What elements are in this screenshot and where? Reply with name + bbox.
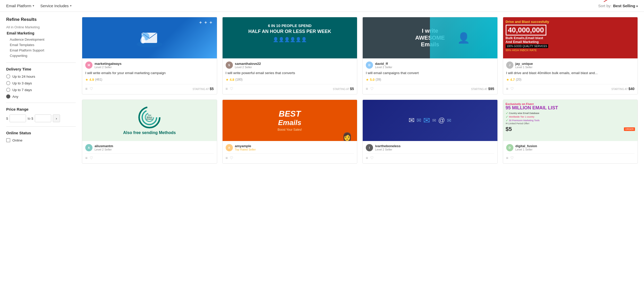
sidebar-divider-2	[6, 103, 76, 103]
red-arrow-annotation	[602, 0, 622, 4]
chevron-down-icon: ▾	[70, 4, 72, 7]
seller-level-1: Level 2 Seller	[95, 66, 122, 69]
price-2: $5	[350, 87, 354, 91]
price-badge-row: $5 ORDER	[506, 126, 635, 133]
menu-icon[interactable]: ≡	[85, 156, 88, 160]
heart-icon[interactable]: ♡	[370, 156, 374, 160]
menu-icon[interactable]: ≡	[226, 156, 228, 160]
sidebar-category-email-marketing[interactable]: Email Marketing	[6, 31, 76, 35]
teal-stat-num: HALF AN HOUR OR LESS PER WEEK	[248, 29, 331, 34]
star-icon: ★	[366, 78, 369, 82]
card-6[interactable]: BEST Emails Boost Your Sales! 👩 A amyamp…	[222, 100, 358, 164]
heart-icon[interactable]: ♡	[90, 156, 93, 160]
heart-icon[interactable]: ♡	[90, 86, 93, 91]
subcategory-email-platform-support[interactable]: Email Platform Support	[6, 48, 76, 53]
rating-count-3: (39)	[376, 78, 381, 81]
card-title-2: I will write powerful email series that …	[226, 71, 354, 76]
card-title-4: I will drive and blast 40million bulk em…	[506, 71, 635, 76]
rating-count-2: (180)	[235, 78, 243, 81]
seller-name-4: jay_unique	[515, 62, 533, 66]
seller-info-8: D digital_fusion Level 1 Seller	[506, 144, 635, 151]
menu-icon[interactable]: ≡	[366, 86, 368, 91]
card-footer-7: ≡ ♡	[366, 153, 494, 160]
heart-icon[interactable]: ♡	[230, 86, 233, 91]
seller-level-3: Level 2 Seller	[375, 66, 392, 69]
avatar-1: M	[85, 61, 92, 69]
delivery-3days[interactable]: Up to 3 days	[6, 81, 76, 85]
people-icons: 👤👤👤👤👤👤	[273, 37, 307, 42]
seller-name-7: ivartheboneless	[375, 144, 401, 148]
boost-text: Boost Your Sales!	[277, 128, 302, 131]
card-actions-5: ≡ ♡	[85, 156, 93, 160]
seller-name-6: amyample	[235, 144, 256, 148]
seller-info-7: I ivartheboneless Level 2 Seller	[366, 144, 494, 151]
sort-value[interactable]: Best Selling ▾	[613, 4, 638, 8]
menu-icon[interactable]: ≡	[506, 86, 509, 91]
starting-at-label: STARTING AT	[333, 88, 350, 91]
heart-icon[interactable]: ♡	[510, 156, 514, 160]
price-range-section: Price Range $ to $ ›	[6, 107, 76, 122]
card-8[interactable]: Exclusively on Fiverr 95 MILLION EMAIL L…	[503, 100, 638, 164]
card-5[interactable]: One Billion Emails Also free sending Met…	[82, 100, 217, 164]
menu-icon[interactable]: ≡	[226, 86, 228, 91]
avatar-2: S	[226, 61, 233, 69]
card-footer-5: ≡ ♡	[85, 153, 214, 160]
sidebar: Refine Results All in Online Marketing E…	[6, 17, 76, 164]
starting-at-label: STARTING AT	[611, 88, 629, 91]
card-3[interactable]: I writeAWESOMEEmails 👤 D david_ff Level …	[362, 17, 498, 94]
menu-icon[interactable]: ≡	[85, 86, 88, 91]
menu-icon[interactable]: ≡	[366, 156, 368, 160]
subcategory-copywriting[interactable]: Copywriting	[6, 53, 76, 58]
delivery-7days[interactable]: Up to 7 days	[6, 88, 76, 92]
card-footer-1: ≡ ♡ STARTING AT $5	[85, 84, 214, 91]
email-platform-label: Email Platform	[6, 4, 31, 8]
star-icon: ★	[85, 78, 88, 82]
subcategory-email-templates[interactable]: Email Templates	[6, 42, 76, 48]
delivery-any[interactable]: Any	[6, 94, 76, 99]
seller-level-8: Level 1 Seller	[515, 148, 537, 151]
radio-icon	[6, 88, 10, 92]
star-icon: ★	[226, 78, 229, 82]
feature-3: ✓ 30 Premiunm Marketing Tools	[506, 119, 540, 122]
card-4[interactable]: Drive and Blast succesfully 40,000,000 B…	[503, 17, 638, 94]
price-go-button[interactable]: ›	[53, 114, 60, 122]
price-4: $40	[629, 87, 634, 91]
svg-point-6	[141, 36, 145, 39]
price-area-3: STARTING AT $95	[471, 87, 494, 91]
price-row: $ to $ ›	[6, 114, 76, 122]
card-footer-6: ≡ ♡	[226, 153, 354, 160]
heart-icon[interactable]: ♡	[230, 156, 233, 160]
card-1[interactable]: ✦ ✦ ✦ M marketingalways Level 2 Seller I…	[82, 17, 217, 94]
online-checkbox[interactable]: Online	[6, 138, 76, 142]
seller-name-2: samanthalove22	[235, 62, 261, 66]
blast-subtitle: Bulk Emails,Email blastAnd Email Marketi…	[506, 36, 543, 44]
seller-details-5: aliusmantm Level 2 Seller	[95, 144, 113, 151]
card-4-body: J jay_unique Level 1 Seller I will drive…	[503, 58, 638, 94]
order-badge: ORDER	[624, 127, 635, 131]
heart-icon[interactable]: ♡	[370, 86, 374, 91]
rating-score-2: 4.8	[230, 78, 234, 82]
delivery-options: Up to 24 hours Up to 3 days Up to 7 days…	[6, 74, 76, 99]
rating-row-3: ★ 5.0 (39)	[366, 78, 494, 82]
heart-icon[interactable]: ♡	[510, 86, 514, 91]
card-2[interactable]: 6 IN 10 PEOPLE SPEND HALF AN HOUR OR LES…	[222, 17, 358, 94]
card-7[interactable]: ✉ ✉ ✉ ✉ @ ✉ I ivartheboneless Level 2 Se…	[362, 100, 498, 164]
price-to-input[interactable]	[35, 114, 51, 122]
menu-icon[interactable]: ≡	[506, 156, 509, 160]
seller-name-5: aliusmantm	[95, 144, 113, 148]
price-from-input[interactable]	[10, 114, 26, 122]
delivery-24h[interactable]: Up to 24 hours	[6, 74, 76, 78]
chevron-down-icon: ▾	[636, 5, 638, 8]
service-includes-filter[interactable]: Service Includes ▾	[40, 4, 72, 8]
rating-count-1: (461)	[95, 78, 102, 81]
seller-info-5: A aliusmantm Level 2 Seller	[85, 144, 214, 151]
sort-label: Sort by:	[598, 4, 612, 8]
card-8-image: Exclusively on Fiverr 95 MILLION EMAIL L…	[503, 100, 638, 141]
email-platform-filter[interactable]: Email Platform ▾	[6, 4, 34, 8]
starting-at-label: STARTING AT	[471, 88, 488, 91]
rating-score-3: 5.0	[370, 78, 375, 82]
delivery-time-title: Delivery Time	[6, 67, 76, 71]
avatar-3: D	[366, 61, 373, 69]
card-1-body: M marketingalways Level 2 Seller I will …	[82, 58, 217, 94]
subcategory-audience-development[interactable]: Audience Development	[6, 37, 76, 42]
